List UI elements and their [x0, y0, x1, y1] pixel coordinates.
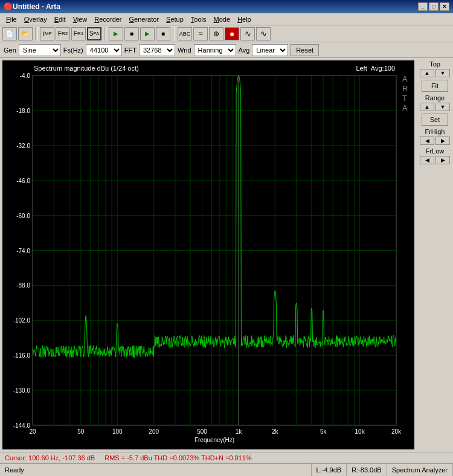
- range-arrows: ▲ ▼: [420, 103, 450, 111]
- wave1-button[interactable]: ∿: [240, 27, 255, 40]
- right-level-text: R:-83.0dB: [352, 466, 382, 474]
- imp-button[interactable]: IMP: [40, 27, 54, 40]
- menu-bar: File Overlay Edit View Recorder Generato…: [0, 13, 453, 25]
- top-down-button[interactable]: ▼: [435, 69, 450, 77]
- link-button[interactable]: ⊕: [209, 27, 223, 40]
- menu-recorder[interactable]: Recorder: [91, 14, 125, 24]
- left-level-text: L:-4.9dB: [316, 466, 342, 474]
- close-button[interactable]: ✕: [440, 2, 449, 11]
- avg-label: Avg: [239, 47, 250, 54]
- toolbar-separator-1: [35, 27, 37, 40]
- toolbar-separator-3: [173, 27, 175, 40]
- menu-tools[interactable]: Tools: [187, 14, 210, 24]
- right-panel: Top ▲ ▼ Fit Range ▲ ▼ Set FrHigh ◀ ▶ FrL…: [417, 58, 453, 452]
- stop2-button[interactable]: ■: [156, 27, 170, 40]
- reset-button[interactable]: Reset: [291, 44, 319, 56]
- frhigh-arrows: ◀ ▶: [420, 137, 450, 145]
- range-section: Range ▲ ▼: [418, 94, 452, 111]
- wnd-select[interactable]: Hanning Hamming Blackman: [194, 44, 236, 56]
- menu-mode[interactable]: Mode: [210, 14, 234, 24]
- menu-help[interactable]: Help: [234, 14, 255, 24]
- frlow-label: FrLow: [426, 147, 445, 155]
- cursor-info: Cursor: 100.60 Hz, -107.36 dB: [5, 454, 95, 462]
- cal-button[interactable]: ≈: [193, 27, 208, 40]
- menu-edit[interactable]: Edit: [51, 14, 69, 24]
- range-up-button[interactable]: ▲: [420, 103, 434, 111]
- title-bar: 🔴 Untitled - Arta _ □ ✕: [0, 0, 453, 13]
- play-button[interactable]: ▶: [109, 27, 123, 40]
- top-up-button[interactable]: ▲: [420, 69, 434, 77]
- frhigh-left-button[interactable]: ◀: [420, 137, 434, 145]
- main-content: Top ▲ ▼ Fit Range ▲ ▼ Set FrHigh ◀ ▶ FrL…: [0, 58, 453, 452]
- ready-text: Ready: [5, 466, 24, 474]
- mode-status: Spectrum Analyzer: [387, 464, 453, 476]
- frlow-arrows: ◀ ▶: [420, 156, 450, 164]
- set-button[interactable]: Set: [422, 114, 448, 126]
- range-down-button[interactable]: ▼: [435, 103, 450, 111]
- frlow-right-button[interactable]: ▶: [435, 156, 450, 164]
- top-section: Top ▲ ▼: [418, 60, 452, 77]
- right-level-status: R:-83.0dB: [347, 464, 387, 476]
- info-bar: Cursor: 100.60 Hz, -107.36 dB RMS = -5.7…: [0, 452, 453, 463]
- rta-button[interactable]: ■: [225, 27, 239, 40]
- window-icon: 🔴: [4, 2, 13, 11]
- fs-label: Fs(Hz): [63, 47, 83, 54]
- toolbar-separator-2: [104, 27, 106, 40]
- avg-select[interactable]: Linear Exponential: [252, 44, 288, 56]
- minimize-button[interactable]: _: [418, 2, 428, 11]
- frlow-left-button[interactable]: ◀: [420, 156, 434, 164]
- fr1-button[interactable]: FR1: [71, 27, 86, 40]
- stop-button[interactable]: ■: [124, 27, 139, 40]
- chart-wrapper: [2, 60, 414, 449]
- menu-file[interactable]: File: [2, 14, 21, 24]
- fft-select[interactable]: 32768 16384 8192: [139, 44, 175, 56]
- maximize-button[interactable]: □: [429, 2, 439, 11]
- spa-button[interactable]: SPA: [87, 27, 101, 40]
- menu-generator[interactable]: Generator: [126, 14, 163, 24]
- frhigh-section: FrHigh ◀ ▶: [418, 128, 452, 145]
- top-arrows: ▲ ▼: [420, 69, 450, 77]
- top-label: Top: [429, 60, 440, 68]
- window-title: Untitled - Arta: [13, 2, 418, 11]
- fr2-button[interactable]: FR2: [56, 27, 70, 40]
- spectrum-chart[interactable]: [2, 60, 414, 449]
- new-button[interactable]: 📄: [2, 27, 17, 40]
- left-level-status: L:-4.9dB: [312, 464, 347, 476]
- fft-label: FFT: [124, 47, 137, 54]
- wave2-button[interactable]: ∿: [256, 27, 271, 40]
- rms-info: RMS = -5.7 dBu THD =0.0073% THD+N =0.011…: [104, 454, 252, 462]
- menu-view[interactable]: View: [69, 14, 91, 24]
- toolbar: 📄 📂 IMP FR2 FR1 SPA ▶ ■ ▶ ■ ABC ≈ ⊕ ■ ∿ …: [0, 25, 453, 42]
- status-bar: Ready L:-4.9dB R:-83.0dB Spectrum Analyz…: [0, 463, 453, 476]
- frhigh-label: FrHigh: [425, 128, 445, 135]
- controls-bar: Gen Sine White Noise Pink Noise Fs(Hz) 4…: [0, 42, 453, 58]
- menu-setup[interactable]: Setup: [162, 14, 187, 24]
- play2-button[interactable]: ▶: [140, 27, 155, 40]
- gen-label: Gen: [4, 47, 16, 54]
- wnd-label: Wnd: [178, 47, 191, 54]
- window-buttons: _ □ ✕: [418, 2, 449, 11]
- open-button[interactable]: 📂: [18, 27, 33, 40]
- range-label: Range: [425, 94, 445, 101]
- menu-overlay[interactable]: Overlay: [21, 14, 51, 24]
- fs-select[interactable]: 44100 48000: [86, 44, 122, 56]
- abc-button[interactable]: ABC: [178, 27, 192, 40]
- fit-button[interactable]: Fit: [422, 80, 448, 92]
- ready-status: Ready: [0, 464, 312, 476]
- mode-text: Spectrum Analyzer: [392, 466, 448, 474]
- frlow-section: FrLow ◀ ▶: [418, 147, 452, 164]
- gen-select[interactable]: Sine White Noise Pink Noise: [19, 44, 61, 56]
- frhigh-right-button[interactable]: ▶: [435, 137, 450, 145]
